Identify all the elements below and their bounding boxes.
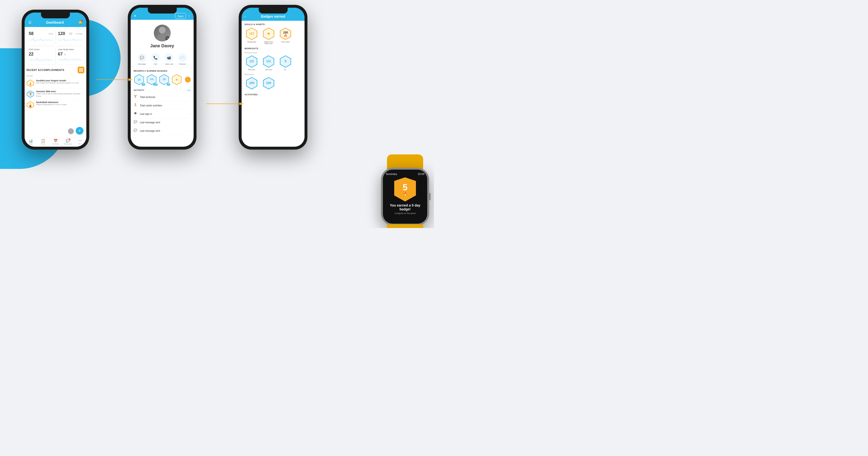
calendar-icon: 📅 <box>54 139 58 143</box>
goals-habits-title: GOALS & HABITS <box>245 23 302 26</box>
badges-screen-title: Badges earned <box>261 15 285 18</box>
workouts-chevron: › <box>190 96 191 98</box>
watch-badge-title: You earned a 5 day badge! <box>386 203 424 211</box>
message-2-icon: 💬 <box>133 129 138 133</box>
menu-icon[interactable]: ☰ <box>28 21 32 24</box>
svg-text:121: 121 <box>266 60 271 63</box>
bp-diastolic: 80 <box>69 32 72 35</box>
milestone-200-badge[interactable]: 200 <box>245 77 259 90</box>
watch-flame-icon: 🔥 <box>403 192 407 196</box>
goals-badges-grid: 121 Weight goal ★ Digital detox before b… <box>245 28 302 45</box>
svg-text:★: ★ <box>175 78 179 82</box>
metrics-row: 58 bmp 120 80 mmHg <box>25 27 86 45</box>
drink-water-label: Drink water <box>281 41 289 43</box>
accomplishment-3rm: 🏋️ Heaviest 3RM ever! Lifted 120.25 lbs … <box>27 89 84 99</box>
stats-row: FMS Score 22 Lean Body Mass 67 % <box>25 46 86 65</box>
heart-rate-card: 58 bmp <box>27 29 55 45</box>
nav-plans[interactable]: 📋 Plans <box>37 139 49 145</box>
last-message-item-1[interactable]: 💬 Last message sent › <box>133 118 191 127</box>
bp-wave <box>58 37 82 42</box>
more-options-icon[interactable]: ⋮ <box>187 14 191 18</box>
last-message-item-2[interactable]: 💬 Last message sent › <box>133 127 191 135</box>
total-cardio-item[interactable]: 🏃 Total cardio activities › <box>133 101 191 110</box>
message-1-chevron: › <box>190 121 191 124</box>
watch-badge-subtitle: Congrats on the great <box>395 212 415 215</box>
badge-2[interactable]: 100 100 <box>146 74 157 85</box>
max-time-hex: 121 <box>245 55 258 68</box>
svg-rect-1 <box>81 68 83 70</box>
cardio-chevron: › <box>190 104 191 107</box>
drink-water-hex: 100 🔥 <box>279 28 292 40</box>
video-call-action[interactable]: 📹 Video call <box>165 53 173 65</box>
digital-detox-label: Digital detox before bex <box>261 41 276 45</box>
fms-label: FMS Score <box>29 48 53 51</box>
svg-text:🔥: 🔥 <box>29 83 32 86</box>
nav-dash[interactable]: 📊 Dash <box>25 139 37 145</box>
recently-earned-badges-section: RECENTLY EARNED BADGES 10 10 <box>131 67 194 85</box>
resend-action[interactable]: ✉️ Resend <box>178 53 187 65</box>
badges-chevron-button[interactable]: › <box>185 77 191 83</box>
total-workouts-label: Total workouts <box>140 96 188 98</box>
activities-title: ACTIVITIES <box>245 93 302 96</box>
total-workouts-item[interactable]: 🏋️ Total workouts › <box>133 93 191 101</box>
max-reps-badge[interactable]: 121 Max reps <box>261 55 276 70</box>
kettlebell-badge-icon: 🏋️ <box>27 90 34 98</box>
grid-icon-button[interactable] <box>78 66 84 73</box>
badge-3[interactable]: 10 10 <box>159 74 170 85</box>
digital-detox-badge[interactable]: ★ Digital detox before bex <box>261 28 276 45</box>
lean-body-wave <box>58 57 82 61</box>
milestone-100-badge[interactable]: 100 <box>261 77 276 90</box>
nav-messenger[interactable]: 💬 Messenger <box>62 139 74 145</box>
watch-shield-badge: 5 🔥 <box>394 177 416 201</box>
camera-icon-overlay: 📷 <box>165 36 170 40</box>
sign-in-icon: 👁️ <box>133 112 138 116</box>
last-sign-in-label: Last sign in <box>140 113 188 115</box>
last-message-1-label: Last message sent <box>140 121 188 124</box>
activity-header: ACTIVITY Link <box>133 89 191 91</box>
lean-body-label: Lean Body Mass <box>58 48 82 51</box>
svg-text:10: 10 <box>138 78 141 81</box>
activity-link[interactable]: Link <box>187 89 191 91</box>
max-time-badge[interactable]: 121 Max time <box>245 55 259 70</box>
watch-header: Summary 10:09 <box>386 172 424 175</box>
watch-screen: Summary 10:09 5 🔥 You earned a 5 day bad… <box>383 170 427 224</box>
phone2: ✕ Open ⋮ <box>128 5 196 150</box>
resend-label: Resend <box>179 63 186 65</box>
workouts-icon: 🏋️ <box>133 95 138 99</box>
badge-4[interactable]: ★ <box>171 74 182 85</box>
bell-icon-wrapper[interactable]: 🔔 <box>79 20 83 25</box>
phone3-notch <box>259 8 288 13</box>
open-button[interactable]: Open <box>175 13 186 19</box>
nav-more[interactable]: ⋯ More <box>74 139 86 145</box>
basketball-text: Basketball milestone! Played basketball … <box>36 101 84 106</box>
call-action[interactable]: 📞 Call <box>151 53 160 65</box>
weight-goal-badge[interactable]: 121 Weight goal <box>245 28 259 45</box>
m-badge[interactable]: 9 M... <box>278 55 293 70</box>
badges-screen-content: GOALS & HABITS 121 Weight goal <box>242 21 305 147</box>
messenger-icon: 💬 <box>66 139 70 143</box>
close-icon[interactable]: ✕ <box>133 14 136 18</box>
workouts-badges-grid: 121 Max time 121 Max reps <box>245 55 302 70</box>
dashboard-title: Dashboard <box>46 21 64 24</box>
fab-button[interactable]: + <box>76 127 84 135</box>
nav-calendar[interactable]: 📅 Calendar <box>49 139 61 145</box>
fms-wave <box>29 57 53 61</box>
badge-1-counter: 10 <box>142 84 145 86</box>
streak-badge-icon: 5 🔥 <box>27 79 34 87</box>
back-button[interactable]: ‹ <box>245 14 246 19</box>
personal-bests-subtitle: Personal bests <box>245 52 302 54</box>
last-sign-in-item[interactable]: 👁️ Last sign in › <box>133 110 191 118</box>
phone3: ‹ Badges earned GOALS & HABITS 121 Weigh… <box>239 5 307 150</box>
workouts-section-title: WORKOUTS <box>245 47 302 50</box>
message-action[interactable]: 💬 Message <box>138 53 146 65</box>
max-time-label: Max time <box>248 69 255 70</box>
lean-body-suffix: % <box>64 53 66 56</box>
sign-in-chevron: › <box>190 113 191 115</box>
svg-text:🏀: 🏀 <box>29 105 32 107</box>
message-2-chevron: › <box>190 130 191 132</box>
watch-frame: Summary 10:09 5 🔥 You earned a 5 day bad… <box>381 168 429 226</box>
3rm-title: Heaviest 3RM ever! <box>36 90 84 93</box>
drink-water-badge[interactable]: 100 🔥 Drink water <box>278 28 293 45</box>
digital-detox-hex: ★ <box>262 28 275 40</box>
badge-1[interactable]: 10 10 <box>133 74 145 85</box>
